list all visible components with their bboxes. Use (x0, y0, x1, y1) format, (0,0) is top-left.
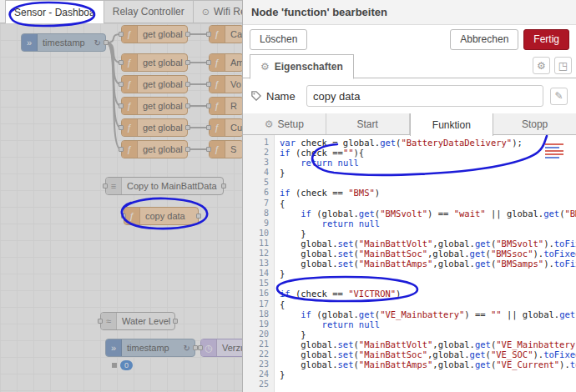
code-line[interactable]: global.set("MainBattAmps",global.get("VE… (280, 359, 576, 369)
overview-mark (545, 150, 563, 152)
line-number: 6 (243, 188, 269, 198)
editor-tab-label: Setup (278, 118, 304, 130)
line-number: 1 (243, 138, 269, 148)
flow-workspace: Sensor - DashboaRelay Controller⊙Wifi Re… (0, 0, 242, 392)
settings-icon-button[interactable]: ⚙ (533, 57, 550, 74)
code-line[interactable]: if (check ==""){ (280, 148, 576, 158)
edit-node-tray: Node 'function' bearbeiten Löschen Abbre… (242, 0, 576, 392)
gear-icon: ⚙ (265, 118, 274, 130)
name-options-button[interactable]: ✎ (550, 88, 568, 105)
code-line[interactable]: if (check == "BMS") (280, 188, 576, 198)
overview-mark (545, 153, 563, 155)
workspace-tab-relay-controller[interactable]: Relay Controller (104, 0, 194, 23)
editor-tab-start[interactable]: Start (326, 113, 410, 134)
workspace-shade (0, 23, 242, 392)
workspace-tab-label: Sensor - Dashboa (14, 7, 95, 18)
overview-mark (545, 157, 559, 158)
done-button[interactable]: Fertig (523, 29, 569, 50)
code-line[interactable]: } (280, 168, 576, 178)
editor-tab-label: Stopp (522, 118, 548, 130)
editor-tabs: ⚙SetupStartFunktionStopp (243, 113, 576, 135)
code-line[interactable]: global.set("MainBattAmps",global.get("BM… (280, 259, 576, 269)
workspace-tab-sensor-dashboa[interactable]: Sensor - Dashboa (5, 0, 104, 23)
code-line[interactable]: } (280, 329, 576, 339)
cancel-button[interactable]: Abbrechen (450, 29, 518, 50)
code-line[interactable]: global.set("MainBattSoc",global.get("VE_… (280, 349, 576, 359)
line-number: 3 (243, 158, 269, 168)
line-number: 12 (243, 249, 269, 259)
properties-label: Eigenschaften (275, 61, 343, 73)
line-number: 11 (243, 239, 269, 249)
line-number: 21 (243, 339, 269, 349)
editor-tab-stopp[interactable]: Stopp (493, 113, 576, 134)
node-red-app: Sensor - DashboaRelay Controller⊙Wifi Re… (0, 0, 576, 392)
code-line[interactable]: var check = global.get("BatteryDataDeliv… (280, 138, 576, 148)
line-number: 23 (243, 359, 269, 369)
code-gutter: 1234567891011121314151617181920212223242… (243, 135, 275, 392)
line-number: 15 (243, 279, 269, 289)
tray-toolbar: Löschen Abbrechen Fertig (243, 25, 576, 53)
code-line[interactable]: if (check == "VICTRON") (280, 289, 576, 299)
wifi-icon: ⊙ (202, 7, 210, 18)
code-line[interactable]: { (280, 299, 576, 309)
editor-tab-label: Start (356, 118, 377, 130)
name-input[interactable] (306, 85, 543, 107)
code-line[interactable] (280, 178, 576, 188)
line-number: 17 (243, 299, 269, 309)
code-line[interactable]: } (280, 229, 576, 239)
code-editor[interactable]: 1234567891011121314151617181920212223242… (243, 135, 576, 392)
editor-tab-setup[interactable]: ⚙Setup (243, 113, 326, 134)
code-line[interactable]: return null (280, 219, 576, 229)
name-label-text: Name (266, 90, 296, 103)
line-number: 5 (243, 178, 269, 188)
line-number: 24 (243, 369, 269, 379)
line-number: 19 (243, 319, 269, 329)
properties-section-row: ⚙ Eigenschaften ⚙ ◳ (243, 53, 576, 78)
code-line[interactable]: if (global.get("VE_Mainbattery") == "" |… (280, 309, 576, 319)
workspace-tabs: Sensor - DashboaRelay Controller⊙Wifi Re… (0, 0, 242, 23)
workspace-tab-label: Relay Controller (113, 6, 184, 18)
code-line[interactable]: if (global.get("BMSvolt") == "wait" || g… (280, 209, 576, 219)
line-number: 16 (243, 289, 269, 299)
code-line[interactable]: global.set("MainBattVolt",global.get("BM… (280, 239, 576, 249)
code-line[interactable]: global.set("MainBattSoc",global.get("BMS… (280, 249, 576, 259)
line-number: 25 (243, 379, 269, 389)
line-number: 7 (243, 199, 269, 209)
editor-tab-funktion[interactable]: Funktion (410, 113, 494, 136)
code-line[interactable]: } (280, 369, 576, 379)
section-icon-buttons: ⚙ ◳ (533, 57, 572, 74)
tag-icon (251, 91, 261, 101)
code-lines[interactable]: var check = global.get("BatteryDataDeliv… (275, 135, 576, 392)
line-number: 2 (243, 148, 269, 158)
code-line[interactable]: return null (280, 158, 576, 168)
code-line[interactable]: } (280, 269, 576, 279)
line-number: 13 (243, 259, 269, 269)
line-number: 10 (243, 229, 269, 239)
tab-properties[interactable]: ⚙ Eigenschaften (250, 54, 354, 79)
gear-icon: ⚙ (260, 61, 270, 73)
line-number: 8 (243, 209, 269, 219)
code-line[interactable] (280, 379, 576, 389)
overview-mark (545, 147, 559, 148)
delete-button[interactable]: Löschen (250, 29, 307, 50)
code-line[interactable] (280, 279, 576, 289)
expand-icon-button[interactable]: ◳ (554, 57, 572, 74)
name-label: Name (251, 90, 300, 103)
line-number: 14 (243, 269, 269, 279)
line-number: 18 (243, 309, 269, 319)
editor-tab-label: Funktion (432, 119, 471, 131)
line-number: 9 (243, 219, 269, 229)
overview-mark (545, 143, 563, 145)
editor-overview-marks (544, 142, 564, 160)
line-number: 20 (243, 329, 269, 339)
line-number: 22 (243, 349, 269, 359)
code-line[interactable]: { (280, 199, 576, 209)
code-line[interactable]: global.set("MainBattVolt",global.get("VE… (280, 339, 576, 349)
line-number: 4 (243, 168, 269, 178)
tray-title: Node 'function' bearbeiten (243, 0, 576, 25)
code-line[interactable]: return null (280, 319, 576, 329)
name-row: Name ✎ (243, 78, 576, 113)
